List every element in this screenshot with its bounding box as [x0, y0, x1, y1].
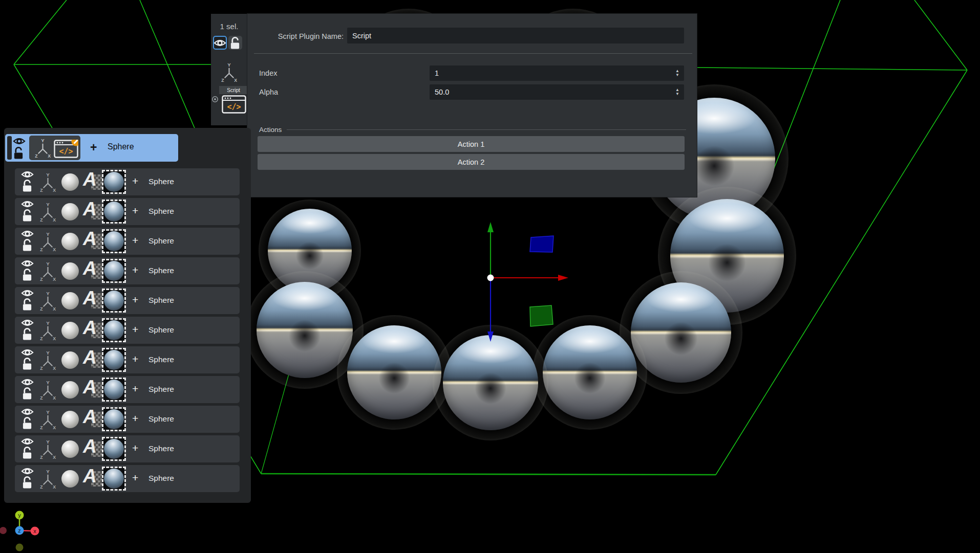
font-texture-icon[interactable]: A — [83, 320, 102, 341]
gizmo-z-arrowhead[interactable] — [487, 331, 494, 342]
green-square[interactable] — [530, 305, 553, 326]
neg-y-axis-ball[interactable] — [16, 544, 24, 551]
sphere-thumbnail[interactable] — [102, 437, 126, 461]
glass-sphere[interactable] — [259, 200, 361, 302]
blue-square[interactable] — [530, 236, 553, 252]
font-texture-icon[interactable]: A — [83, 172, 102, 192]
font-texture-icon[interactable]: A — [83, 202, 102, 222]
font-texture-icon[interactable]: A — [83, 469, 102, 489]
unlock-icon[interactable] — [22, 357, 33, 370]
selected-sphere-row[interactable]: Y Z X </> + Sphere — [5, 134, 178, 162]
radio-icon[interactable] — [211, 96, 219, 103]
sphere-row[interactable]: Y Z X A + Sphere — [15, 228, 240, 255]
eye-icon[interactable] — [21, 318, 34, 327]
material-sphere-icon[interactable] — [61, 351, 79, 369]
sphere-row[interactable]: Y Z X A + Sphere — [15, 198, 240, 225]
material-sphere-icon[interactable] — [61, 381, 79, 399]
font-texture-icon[interactable]: A — [83, 350, 102, 370]
unlock-icon[interactable] — [22, 298, 33, 311]
material-sphere-icon[interactable] — [61, 470, 79, 488]
sphere-thumbnail[interactable] — [102, 170, 126, 194]
plus-icon[interactable]: + — [132, 294, 138, 306]
sphere-thumbnail[interactable] — [102, 289, 126, 313]
unlock-icon[interactable] — [22, 327, 33, 341]
material-sphere-icon[interactable] — [61, 411, 79, 428]
font-texture-icon[interactable]: A — [83, 439, 102, 459]
eye-icon[interactable] — [21, 407, 34, 416]
plus-icon[interactable]: + — [132, 442, 138, 454]
sphere-row[interactable]: Y Z X A + Sphere — [15, 287, 240, 314]
sphere-thumbnail[interactable] — [102, 318, 126, 342]
material-sphere-icon[interactable] — [61, 440, 79, 458]
sphere-thumbnail[interactable] — [102, 229, 126, 253]
material-sphere-icon[interactable] — [61, 262, 79, 280]
plus-icon[interactable]: + — [132, 205, 138, 217]
plus-icon[interactable]: + — [132, 234, 138, 247]
unlock-icon[interactable] — [13, 146, 24, 160]
glass-sphere[interactable] — [658, 187, 796, 325]
glass-sphere[interactable] — [337, 315, 452, 430]
orientation-widget[interactable]: y z x — [0, 505, 49, 553]
script-tab[interactable]: Script — [219, 86, 248, 94]
glass-sphere[interactable] — [433, 325, 548, 440]
sphere-thumbnail[interactable] — [102, 467, 126, 491]
spinner-down-icon[interactable]: ▼ — [675, 73, 679, 77]
unlock-icon[interactable] — [22, 238, 33, 252]
action-2-button[interactable]: Action 2 — [258, 154, 685, 170]
glass-sphere[interactable] — [246, 271, 364, 389]
eye-icon[interactable] — [21, 348, 34, 357]
lock-toggle-button[interactable] — [228, 36, 242, 50]
plus-icon[interactable]: + — [132, 472, 138, 484]
eye-icon[interactable] — [21, 229, 34, 238]
unlock-icon[interactable] — [22, 179, 33, 192]
gizmo-origin-handle[interactable] — [487, 275, 494, 281]
script-node-button[interactable]: </> — [220, 95, 248, 113]
action-1-button[interactable]: Action 1 — [258, 136, 685, 152]
material-sphere-icon[interactable] — [61, 173, 79, 191]
sphere-row[interactable]: Y Z X A + Sphere — [15, 257, 240, 284]
sphere-thumbnail[interactable] — [102, 348, 126, 372]
gizmo-x-arrowhead[interactable] — [558, 275, 568, 281]
gizmo-y-arrowhead[interactable] — [487, 222, 494, 232]
sphere-thumbnail[interactable] — [102, 407, 126, 431]
sphere-row[interactable]: Y Z X A + Sphere — [15, 317, 240, 344]
material-sphere-icon[interactable] — [61, 203, 79, 220]
sphere-row[interactable]: Y Z X A + Sphere — [15, 406, 240, 433]
plus-icon[interactable]: + — [132, 383, 138, 395]
eye-icon[interactable] — [214, 38, 226, 48]
eye-icon[interactable] — [21, 170, 34, 179]
sphere-thumbnail[interactable] — [102, 200, 126, 224]
plus-icon[interactable]: + — [132, 353, 138, 365]
sphere-row[interactable]: Y Z X A + Sphere — [15, 346, 240, 373]
unlock-icon[interactable] — [22, 268, 33, 281]
unlock-icon[interactable] — [22, 387, 33, 400]
eye-icon[interactable] — [13, 137, 26, 146]
spinner-down-icon[interactable]: ▼ — [675, 92, 679, 96]
plus-icon[interactable]: + — [132, 412, 138, 425]
unlock-icon[interactable] — [22, 416, 33, 430]
eye-icon[interactable] — [21, 200, 34, 209]
plugin-name-input[interactable]: Script — [347, 28, 684, 43]
alpha-input[interactable]: 50.0 ▲ ▼ — [430, 84, 684, 100]
font-texture-icon[interactable]: A — [83, 409, 102, 430]
eye-icon[interactable] — [21, 437, 34, 446]
glass-sphere[interactable] — [620, 271, 742, 394]
sphere-thumbnail[interactable] — [102, 378, 126, 402]
font-texture-icon[interactable]: A — [83, 291, 102, 311]
material-sphere-icon[interactable] — [61, 322, 79, 339]
plus-icon[interactable]: + — [132, 175, 138, 187]
sphere-thumbnail[interactable] — [102, 259, 126, 283]
plus-icon[interactable]: + — [132, 323, 138, 336]
unlock-icon[interactable] — [230, 36, 241, 50]
eye-icon[interactable] — [21, 378, 34, 387]
glass-sphere[interactable] — [532, 315, 647, 430]
material-sphere-icon[interactable] — [61, 292, 79, 309]
sphere-row[interactable]: Y Z X A + Sphere — [15, 465, 240, 492]
visibility-toggle-button[interactable] — [213, 36, 227, 50]
unlock-icon[interactable] — [22, 209, 33, 222]
font-texture-icon[interactable]: A — [83, 261, 102, 281]
plus-icon[interactable]: + — [132, 264, 138, 276]
font-texture-icon[interactable]: A — [83, 380, 102, 400]
drag-handle[interactable] — [7, 136, 12, 160]
sphere-row[interactable]: Y Z X A + Sphere — [15, 435, 240, 462]
